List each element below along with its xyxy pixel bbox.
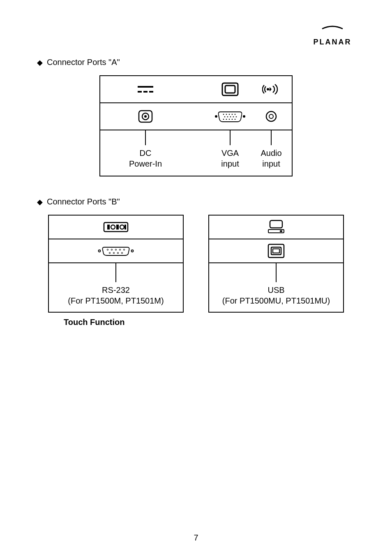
svg-point-28 <box>266 111 276 121</box>
svg-point-37 <box>131 250 134 252</box>
usb-symbol-top-icon <box>266 219 286 235</box>
svg-rect-47 <box>270 220 282 228</box>
svg-point-26 <box>232 119 233 120</box>
svg-point-44 <box>113 252 114 253</box>
svg-point-39 <box>111 249 112 250</box>
section-a-title: Connector Ports "A" <box>47 58 120 67</box>
svg-point-15 <box>229 114 230 115</box>
connector-ports-a-diagram: DC Power-In VGA input Audio input <box>99 75 293 176</box>
svg-point-43 <box>109 252 110 253</box>
svg-point-12 <box>243 115 245 118</box>
svg-point-36 <box>99 250 101 252</box>
svg-point-19 <box>227 116 228 118</box>
svg-rect-33 <box>116 225 119 230</box>
svg-rect-49 <box>280 230 282 232</box>
svg-point-18 <box>224 116 226 118</box>
svg-point-41 <box>119 249 120 250</box>
svg-point-38 <box>107 249 108 250</box>
svg-point-16 <box>232 114 233 115</box>
section-b-title: Connector Ports "B" <box>47 197 120 206</box>
svg-point-21 <box>233 116 234 118</box>
audio-wave-icon <box>262 82 280 97</box>
svg-point-11 <box>215 115 217 118</box>
svg-rect-5 <box>225 86 235 93</box>
rs232-port-icon <box>95 244 136 258</box>
svg-point-42 <box>123 249 125 250</box>
svg-point-32 <box>111 225 115 229</box>
audio-label-1: Audio <box>261 148 281 158</box>
svg-point-27 <box>235 119 236 120</box>
section-b-heading: ◆ Connector Ports "B" <box>37 197 355 206</box>
touch-function-label: Touch Function <box>64 318 355 327</box>
svg-rect-52 <box>273 249 279 253</box>
svg-point-22 <box>236 116 237 118</box>
rs232-diagram: RS-232 (For PT1500M, PT1501M) <box>48 215 184 313</box>
svg-point-14 <box>226 114 227 115</box>
dc-jack-icon <box>137 109 154 124</box>
svg-point-13 <box>223 114 224 115</box>
vga-label-2: input <box>221 158 239 169</box>
bullet-diamond-icon: ◆ <box>37 198 43 206</box>
rs232-label-2: (For PT1500M, PT1501M) <box>68 295 164 306</box>
usb-label-1: USB <box>267 285 284 295</box>
dc-symbol-icon <box>135 84 156 95</box>
vga-label-1: VGA <box>221 148 239 158</box>
dc-label-2: Power-In <box>129 158 162 169</box>
svg-point-23 <box>223 119 224 120</box>
page-number: 7 <box>0 533 392 543</box>
brand-logo: PLANAR <box>310 25 355 46</box>
svg-point-34 <box>120 225 124 229</box>
dc-label-1: DC <box>140 148 152 158</box>
svg-point-17 <box>235 114 236 115</box>
monitor-icon <box>221 82 239 97</box>
svg-point-29 <box>269 114 273 118</box>
svg-point-24 <box>226 119 227 120</box>
svg-point-46 <box>121 252 122 253</box>
rs232-label-1: RS-232 <box>102 285 130 295</box>
audio-jack-icon <box>265 110 277 123</box>
bullet-diamond-icon: ◆ <box>37 59 43 66</box>
svg-point-20 <box>230 116 231 118</box>
svg-rect-35 <box>125 225 126 230</box>
svg-rect-31 <box>107 225 110 230</box>
svg-rect-50 <box>268 244 284 257</box>
svg-point-25 <box>229 119 230 120</box>
usb-diagram: USB (For PT1500MU, PT1501MU) <box>208 215 344 313</box>
svg-point-40 <box>115 249 116 250</box>
svg-point-6 <box>267 88 269 90</box>
audio-label-2: input <box>262 158 280 169</box>
usb-label-2: (For PT1500MU, PT1501MU) <box>222 295 330 306</box>
serial-symbol-icon <box>103 221 129 233</box>
brand-text: PLANAR <box>310 38 355 46</box>
svg-point-45 <box>117 252 118 253</box>
svg-point-10 <box>144 115 147 118</box>
vga-port-icon <box>213 109 247 123</box>
usb-port-icon <box>267 243 286 259</box>
section-a-heading: ◆ Connector Ports "A" <box>37 58 355 67</box>
